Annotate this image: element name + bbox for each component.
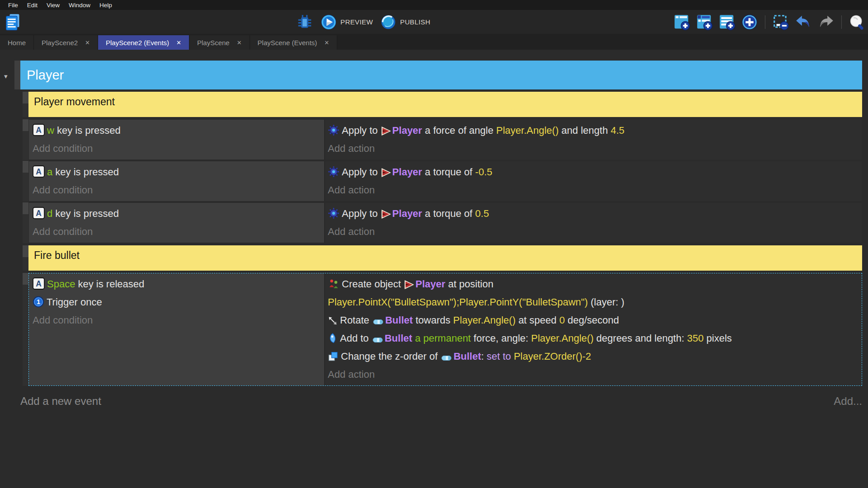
conditions-column: Aa key is pressedAdd condition [29, 161, 325, 201]
menu-bar: FileEditViewWindowHelp [0, 0, 868, 10]
condition[interactable]: Aw key is pressed [33, 122, 324, 140]
drag-handle[interactable] [23, 92, 28, 117]
text: (layer: ) [588, 296, 624, 308]
publish-label: PUBLISH [400, 18, 430, 26]
add-comment-button[interactable] [717, 13, 737, 31]
actions-column: Create object Player at positionPlayer.P… [325, 273, 862, 385]
event-row[interactable]: Aa key is pressedAdd conditionApply to P… [28, 161, 862, 202]
collapse-group-icon[interactable]: ▾ [4, 72, 8, 80]
debug-button[interactable] [295, 13, 315, 31]
text: Apply to [342, 208, 381, 219]
text: Rotate [340, 314, 372, 326]
add-action-button[interactable]: Add action [328, 366, 862, 384]
toolbar-right [672, 10, 867, 34]
comment[interactable]: Player movement [28, 92, 862, 117]
tab-playscene2[interactable]: PlayScene2✕ [34, 35, 98, 50]
drag-handle[interactable] [23, 119, 28, 160]
event-group-title[interactable]: Player [20, 61, 862, 89]
action[interactable]: Rotate Bullet towards Player.Angle() at … [328, 311, 862, 329]
group-drag-handle[interactable] [14, 61, 20, 89]
sheet-item: Player movement [23, 92, 862, 117]
action[interactable]: Add to Bullet a permanent force, angle: … [328, 329, 862, 347]
condition[interactable]: 1Trigger once [33, 293, 324, 311]
condition[interactable]: Ad key is pressed [33, 205, 324, 223]
text: a torque of [422, 166, 475, 178]
sheet-item: Ad key is pressedAdd conditionApply to P… [23, 202, 862, 243]
add-new-event-button[interactable]: Add a new event [20, 395, 101, 408]
remove-selection-button[interactable] [771, 13, 791, 31]
add-circle-button[interactable] [740, 13, 760, 31]
publish-button[interactable]: PUBLISH [379, 14, 432, 31]
add-button[interactable]: Add... [834, 395, 862, 408]
action[interactable]: Change the z-order of Bullet: set to Pla… [328, 347, 862, 366]
close-tab-icon[interactable]: ✕ [237, 39, 242, 46]
close-tab-icon[interactable]: ✕ [176, 39, 181, 46]
conditions-column: ASpace key is released1Trigger onceAdd c… [29, 273, 325, 385]
add-action-button[interactable]: Add action [328, 181, 862, 199]
add-condition-button[interactable]: Add condition [33, 140, 324, 158]
publish-icon [380, 14, 396, 30]
event-row[interactable]: ASpace key is released1Trigger onceAdd c… [28, 273, 862, 386]
menu-item-window[interactable]: Window [64, 2, 95, 9]
text: deg/second [565, 314, 619, 326]
menu-item-help[interactable]: Help [95, 2, 117, 9]
text: pixels [703, 333, 731, 344]
action[interactable]: Player.PointX("BulletSpawn");Player.Poin… [328, 293, 862, 311]
tab-playscene2-events[interactable]: PlayScene2 (Events)✕ [98, 35, 189, 50]
tab-playscene-events[interactable]: PlayScene (Events)✕ [250, 35, 338, 50]
action[interactable]: Apply to Player a force of angle Player.… [328, 122, 862, 140]
bullet-icon [440, 354, 453, 362]
drag-handle[interactable] [23, 273, 28, 386]
highlight-green: w [47, 125, 54, 136]
highlight-green: Space [47, 278, 75, 290]
expression: Player.Angle() [531, 333, 594, 344]
svg-text:A: A [36, 209, 42, 218]
close-tab-icon[interactable]: ✕ [324, 39, 329, 46]
add-condition-button[interactable]: Add condition [33, 311, 324, 329]
tab-home[interactable]: Home [0, 35, 34, 50]
action[interactable]: Apply to Player a torque of 0.5 [328, 205, 862, 223]
add-condition-button[interactable]: Add condition [33, 223, 324, 241]
preview-button[interactable]: PREVIEW [319, 14, 374, 31]
add-action-button[interactable]: Add action [328, 223, 862, 241]
text: at speed [516, 314, 560, 326]
sheet-item: Fire bullet [23, 245, 862, 271]
add-subevent-icon [696, 14, 713, 31]
preview-icon [321, 14, 337, 30]
project-manager-button[interactable] [4, 12, 22, 32]
condition[interactable]: Aa key is pressed [33, 163, 324, 181]
actions-column: Apply to Player a force of angle Player.… [325, 120, 862, 160]
svg-text:A: A [36, 167, 42, 176]
redo-button[interactable] [816, 13, 836, 31]
undo-button[interactable] [793, 13, 813, 31]
add-event-button[interactable] [672, 13, 692, 31]
add-action-button[interactable]: Add action [328, 140, 862, 158]
trigger-icon: 1 [33, 296, 44, 308]
conditions-column: Ad key is pressedAdd condition [29, 203, 325, 243]
events-sheet: ▾ Player Player movementAw key is presse… [0, 50, 868, 488]
drag-handle[interactable] [23, 245, 28, 271]
action[interactable]: Apply to Player a torque of -0.5 [328, 163, 862, 181]
comment[interactable]: Fire bullet [28, 245, 862, 271]
condition[interactable]: ASpace key is released [33, 275, 324, 293]
rotate-icon [328, 316, 338, 326]
highlight-green: a permanent [412, 333, 471, 344]
menu-item-view[interactable]: View [42, 2, 64, 9]
menu-item-file[interactable]: File [4, 2, 23, 9]
event-row[interactable]: Aw key is pressedAdd conditionApply to P… [28, 119, 862, 160]
drag-handle[interactable] [23, 202, 28, 243]
action[interactable]: Create object Player at position [328, 275, 862, 293]
expression: Player.Angle() [496, 125, 559, 136]
event-row[interactable]: Ad key is pressedAdd conditionApply to P… [28, 202, 862, 243]
add-condition-button[interactable]: Add condition [33, 181, 324, 199]
sheet-item: Aa key is pressedAdd conditionApply to P… [23, 161, 862, 202]
drag-handle[interactable] [23, 161, 28, 202]
menu-item-edit[interactable]: Edit [23, 2, 42, 9]
close-tab-icon[interactable]: ✕ [85, 39, 90, 46]
svg-text:A: A [36, 126, 42, 135]
text: : [481, 351, 486, 362]
add-subevent-button[interactable] [694, 13, 714, 31]
search-button[interactable] [847, 13, 867, 31]
text: force, angle: [471, 333, 531, 344]
tab-playscene[interactable]: PlayScene✕ [189, 35, 250, 50]
